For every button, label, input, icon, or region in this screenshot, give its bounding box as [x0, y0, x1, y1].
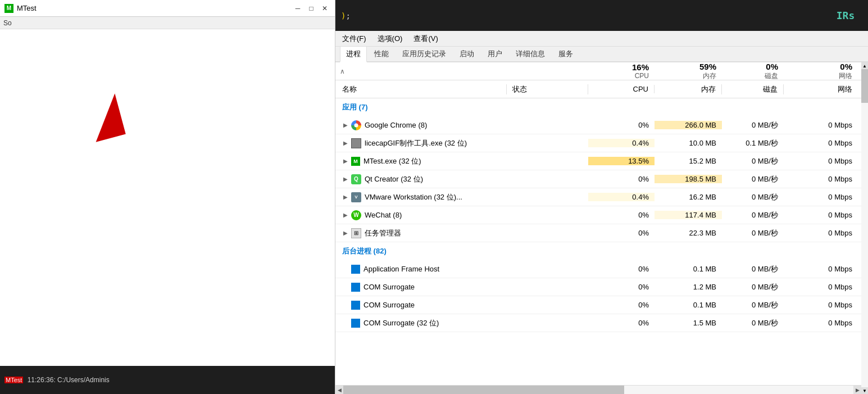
col-net-header[interactable]: 网络 — [784, 84, 861, 94]
net-label: 网络 — [784, 71, 852, 81]
table-row[interactable]: ▶ licecapGIF制作工具.exe (32 位) 0.4% 10.0 MB… — [335, 134, 861, 152]
expand-icon-vmware[interactable]: ▶ — [340, 194, 351, 200]
disk-label: 磁盘 — [722, 71, 778, 81]
scroll-right-button[interactable]: ▶ — [853, 386, 861, 395]
tab-services[interactable]: 服务 — [552, 46, 579, 61]
window-title: MTest — [17, 4, 289, 12]
table-row[interactable]: ▶ Google Chrome (8) 0% 266.0 MB 0 MB/秒 0… — [335, 116, 861, 134]
proc-disk: 0 MB/秒 — [722, 174, 784, 184]
col-mem-header[interactable]: 内存 — [655, 84, 722, 94]
proc-name-text: licecapGIF制作工具.exe (32 位) — [365, 138, 507, 148]
com1-icon — [351, 283, 360, 292]
proc-name-text: Google Chrome (8) — [365, 121, 507, 129]
tab-startup[interactable]: 启动 — [453, 46, 480, 61]
expand-icon-qt[interactable]: ▶ — [340, 176, 351, 182]
table-row[interactable]: ▶ COM Surrogate (32 位) 0% 1.5 MB 0 MB/秒 … — [335, 314, 861, 332]
horizontal-scrollbar[interactable]: ◀ ▶ — [335, 385, 861, 394]
mtest-small-icon: M — [351, 157, 360, 166]
col-cpu-header[interactable]: CPU — [588, 85, 655, 93]
code-text: ); — [341, 11, 351, 20]
table-row[interactable]: ▶ M MTest.exe (32 位) 13.5% 15.2 MB 0 MB/… — [335, 152, 861, 170]
main-area: ∧ 16% CPU 59% 内存 0% 磁盘 0% 网络 — [335, 62, 868, 394]
table-row[interactable]: ▶ COM Surrogate 0% 0.1 MB 0 MB/秒 0 Mbps — [335, 296, 861, 314]
maximize-button[interactable]: □ — [306, 3, 317, 13]
proc-net: 0 Mbps — [784, 157, 861, 165]
tab-performance[interactable]: 性能 — [368, 46, 395, 61]
proc-disk: 0 MB/秒 — [722, 228, 784, 238]
tab-app-history[interactable]: 应用历史记录 — [396, 46, 452, 61]
proc-disk: 0 MB/秒 — [722, 282, 784, 292]
tab-bar: 进程 性能 应用历史记录 启动 用户 详细信息 服务 — [335, 47, 868, 62]
col-disk-header[interactable]: 磁盘 — [722, 84, 784, 94]
proc-disk: 0 MB/秒 — [722, 210, 784, 220]
sort-arrow: ∧ — [335, 67, 345, 75]
proc-net: 0 Mbps — [784, 229, 861, 237]
table-row[interactable]: ▶ Application Frame Host 0% 0.1 MB 0 MB/… — [335, 260, 861, 278]
stats-cpu: 16% CPU — [588, 62, 655, 80]
proc-net: 0 Mbps — [784, 193, 861, 201]
status-text: MTest 11:26:36: C:/Users/Adminis — [4, 376, 330, 384]
mtest-window: M MTest ─ □ ✕ So MTest 11:26:36: C:/User… — [0, 0, 335, 394]
table-row[interactable]: ▶ Q Qt Creator (32 位) 0% 198.5 MB 0 MB/秒… — [335, 170, 861, 188]
scroll-track[interactable] — [343, 386, 853, 395]
net-percent: 0% — [840, 62, 852, 71]
proc-mem: 266.0 MB — [655, 121, 722, 129]
proc-cpu: 0.4% — [588, 193, 655, 201]
window-controls: ─ □ ✕ — [292, 3, 330, 13]
vertical-scrollbar[interactable]: ▲ ▼ — [861, 62, 868, 394]
expand-icon-chrome[interactable]: ▶ — [340, 122, 351, 128]
proc-mem: 15.2 MB — [655, 157, 722, 165]
expand-icon-wechat[interactable]: ▶ — [340, 212, 351, 218]
table-row[interactable]: ▶ COM Surrogate 0% 1.2 MB 0 MB/秒 0 Mbps — [335, 278, 861, 296]
scroll-up-button[interactable]: ▲ — [861, 62, 868, 69]
close-button[interactable]: ✕ — [319, 3, 330, 13]
table-row[interactable]: ▶ ⊞ 任务管理器 0% 22.3 MB 0 MB/秒 0 Mbps — [335, 224, 861, 242]
expand-icon-taskm[interactable]: ▶ — [340, 230, 351, 236]
proc-name-vmware: ▶ V VMware Workstation (32 位)... — [335, 192, 507, 202]
proc-mem: 198.5 MB — [655, 175, 722, 183]
so-label: So — [3, 19, 12, 27]
proc-net: 0 Mbps — [784, 319, 861, 327]
table-row[interactable]: ▶ W WeChat (8) 0% 117.4 MB 0 MB/秒 0 Mbps — [335, 206, 861, 224]
irs-label: IRs — [837, 10, 855, 21]
disk-percent: 0% — [766, 62, 778, 71]
expand-icon-mtest[interactable]: ▶ — [340, 158, 351, 164]
minimize-button[interactable]: ─ — [292, 3, 303, 13]
scroll-down-button[interactable]: ▼ — [861, 387, 868, 394]
proc-name-text: COM Surrogate — [363, 283, 507, 291]
col-status-header[interactable]: 状态 — [507, 84, 588, 94]
proc-net: 0 Mbps — [784, 175, 861, 183]
tab-process[interactable]: 进程 — [340, 46, 367, 62]
menu-view[interactable]: 查看(V) — [411, 33, 440, 45]
menu-file[interactable]: 文件(F) — [340, 33, 369, 45]
proc-name-com2: ▶ COM Surrogate — [335, 301, 507, 310]
code-strip: ); IRs — [335, 0, 868, 31]
status-bar: MTest 11:26:36: C:/Users/Adminis — [0, 366, 335, 394]
stats-name-spacer: ∧ — [335, 67, 507, 75]
proc-cpu: 0.4% — [588, 139, 655, 147]
qt-icon: Q — [351, 174, 361, 184]
table-row[interactable]: ▶ V VMware Workstation (32 位)... 0.4% 16… — [335, 188, 861, 206]
com2-icon — [351, 301, 360, 310]
afh-icon — [351, 265, 360, 274]
tab-users[interactable]: 用户 — [481, 46, 508, 61]
proc-cpu: 0% — [588, 229, 655, 237]
com3-icon — [351, 319, 360, 328]
proc-name-com1: ▶ COM Surrogate — [335, 283, 507, 292]
taskm-icon: ⊞ — [351, 228, 361, 238]
proc-mem: 16.2 MB — [655, 193, 722, 201]
menu-options[interactable]: 选项(O) — [375, 33, 405, 45]
scroll-vert-track[interactable] — [861, 69, 868, 387]
proc-name-wechat: ▶ W WeChat (8) — [335, 210, 507, 220]
proc-cpu: 0% — [588, 283, 655, 291]
process-list[interactable]: 应用 (7) ▶ Google Chrome (8) 0% 266.0 MB 0… — [335, 98, 861, 385]
expand-icon-licecap[interactable]: ▶ — [340, 140, 351, 146]
col-name-header[interactable]: 名称 — [335, 84, 507, 94]
column-header-row: 名称 状态 CPU 内存 磁盘 网络 — [335, 80, 861, 98]
proc-cpu: 0% — [588, 121, 655, 129]
mem-percent: 59% — [699, 62, 716, 71]
tab-details[interactable]: 详细信息 — [510, 46, 551, 61]
scroll-left-button[interactable]: ◀ — [335, 386, 343, 395]
proc-name-text: MTest.exe (32 位) — [363, 156, 507, 166]
stats-disk: 0% 磁盘 — [722, 62, 784, 81]
